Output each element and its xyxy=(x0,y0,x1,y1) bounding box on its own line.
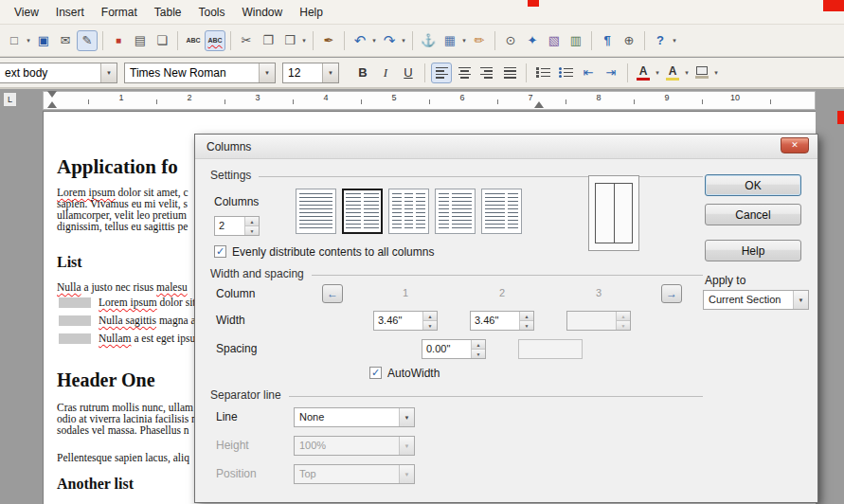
email-icon[interactable]: ✉ xyxy=(55,30,76,51)
width-2-stepper[interactable]: 3.46" ▲▼ xyxy=(470,311,534,331)
background-color-icon[interactable] xyxy=(692,63,711,83)
menu-window[interactable]: Window xyxy=(234,2,292,23)
scroll-columns-left-button[interactable]: ← xyxy=(322,284,343,303)
align-left-button[interactable] xyxy=(431,63,452,83)
copy-icon[interactable]: ❐ xyxy=(258,30,278,51)
font-color-dropdown-icon[interactable]: ▾ xyxy=(654,69,661,77)
cancel-button[interactable]: Cancel xyxy=(705,204,801,225)
menu-table[interactable]: Table xyxy=(146,2,190,23)
preset-one-column[interactable] xyxy=(296,189,336,234)
menu-view[interactable]: View xyxy=(6,2,47,23)
preset-left-narrow[interactable] xyxy=(435,189,476,234)
increase-indent-button[interactable]: ⇥ xyxy=(601,63,621,83)
spacing-1-stepper[interactable]: 0.00" ▲▼ xyxy=(422,339,486,359)
bullet-list-button[interactable] xyxy=(555,63,576,83)
save-icon[interactable]: ▣ xyxy=(33,30,54,51)
spin-up-icon[interactable]: ▲ xyxy=(520,312,533,321)
navigator-icon[interactable]: ✦ xyxy=(522,30,543,51)
ok-button[interactable]: OK xyxy=(705,174,801,196)
apply-to-dropdown[interactable]: Current Section ▼ xyxy=(703,290,809,310)
redo-dropdown-icon[interactable]: ▾ xyxy=(400,37,407,45)
align-right-button[interactable] xyxy=(476,63,497,83)
preset-right-narrow[interactable] xyxy=(481,189,522,234)
cut-icon[interactable]: ✂ xyxy=(236,30,257,51)
combo-arrow-icon[interactable]: ▼ xyxy=(259,63,275,82)
help-dropdown-icon[interactable]: ▾ xyxy=(671,37,678,45)
table-dropdown-icon[interactable]: ▾ xyxy=(460,37,468,45)
zoom-icon[interactable]: ⊕ xyxy=(619,30,639,51)
menu-format[interactable]: Format xyxy=(93,2,146,23)
undo-dropdown-icon[interactable]: ▾ xyxy=(370,37,378,45)
width-1-stepper[interactable]: 3.46" ▲▼ xyxy=(373,311,438,331)
spin-down-icon[interactable]: ▼ xyxy=(472,350,485,358)
spin-down-icon[interactable]: ▼ xyxy=(423,321,437,330)
new-document-icon[interactable]: □ xyxy=(4,30,25,51)
menu-tools[interactable]: Tools xyxy=(190,2,234,23)
help-icon[interactable]: ? xyxy=(650,30,671,51)
font-size-combo[interactable]: 12 ▼ xyxy=(282,63,339,83)
first-line-indent-marker[interactable] xyxy=(47,91,57,98)
font-name-combo[interactable]: Times New Roman ▼ xyxy=(124,63,276,83)
background-color-dropdown-icon[interactable]: ▾ xyxy=(712,69,720,77)
ruler-scale[interactable] xyxy=(43,91,816,110)
combo-arrow-icon[interactable]: ▼ xyxy=(322,63,338,82)
hyperlink-icon[interactable]: ⚓ xyxy=(418,30,439,51)
preset-two-columns-selected[interactable] xyxy=(342,189,383,234)
menu-help[interactable]: Help xyxy=(291,2,332,23)
highlighting-icon[interactable]: A xyxy=(663,63,682,83)
numbered-list-button[interactable] xyxy=(532,63,553,83)
left-indent-marker[interactable] xyxy=(47,101,57,108)
preset-three-columns[interactable] xyxy=(388,189,429,234)
preset-column-lines xyxy=(299,193,332,229)
spin-up-icon[interactable]: ▲ xyxy=(472,340,485,350)
evenly-distribute-label[interactable]: Evenly distribute contents to all column… xyxy=(232,245,434,259)
underline-button[interactable]: U xyxy=(398,63,419,83)
paragraph-style-combo[interactable]: ext body ▼ xyxy=(0,63,117,83)
line-style-dropdown[interactable]: None ▼ xyxy=(294,407,415,427)
gallery-icon[interactable]: ▧ xyxy=(544,30,565,51)
highlighting-dropdown-icon[interactable]: ▾ xyxy=(683,69,691,77)
paste-dropdown-icon[interactable]: ▾ xyxy=(300,37,308,45)
decrease-indent-button[interactable]: ⇤ xyxy=(578,63,599,83)
format-paintbrush-icon[interactable]: ✒ xyxy=(318,30,339,51)
combo-arrow-icon[interactable]: ▼ xyxy=(100,63,117,82)
close-icon[interactable]: ✕ xyxy=(781,137,809,153)
print-icon[interactable]: ▤ xyxy=(130,30,151,51)
columns-count-stepper[interactable]: 2 ▲▼ xyxy=(214,216,260,236)
scroll-columns-right-button[interactable]: → xyxy=(661,284,682,303)
autowidth-checkbox[interactable]: ✓ xyxy=(369,367,382,379)
find-replace-icon[interactable]: ⊙ xyxy=(500,30,521,51)
dialog-titlebar[interactable]: Columns xyxy=(195,135,817,159)
edit-file-icon[interactable]: ✎ xyxy=(77,30,98,51)
evenly-distribute-checkbox[interactable]: ✓ xyxy=(214,245,226,258)
horizontal-ruler[interactable]: L 1 2 3 4 5 6 7 8 9 10 xyxy=(0,88,844,111)
tab-stop-selector[interactable]: L xyxy=(3,92,17,107)
dropdown-arrow-icon[interactable]: ▼ xyxy=(399,408,414,426)
right-indent-marker[interactable] xyxy=(534,101,544,108)
menu-insert[interactable]: Insert xyxy=(47,2,93,23)
paste-icon[interactable]: ❒ xyxy=(279,30,300,51)
spin-up-icon[interactable]: ▲ xyxy=(423,312,437,321)
font-color-icon[interactable]: A xyxy=(634,63,653,83)
bold-button[interactable]: B xyxy=(352,63,373,83)
spin-down-icon[interactable]: ▼ xyxy=(245,226,259,235)
auto-spellcheck-icon[interactable]: ABC xyxy=(205,30,225,51)
export-pdf-icon[interactable]: ■ xyxy=(108,30,129,51)
spin-down-icon[interactable]: ▼ xyxy=(520,321,533,330)
redo-icon[interactable]: ↷ xyxy=(379,30,400,51)
dropdown-arrow-icon[interactable]: ▼ xyxy=(793,291,808,309)
align-center-button[interactable] xyxy=(454,63,475,83)
autowidth-label[interactable]: AutoWidth xyxy=(387,367,440,380)
nonprinting-characters-icon[interactable]: ¶ xyxy=(597,30,618,51)
new-document-dropdown-icon[interactable]: ▾ xyxy=(25,37,32,45)
help-button[interactable]: Help xyxy=(705,240,801,261)
spin-up-icon[interactable]: ▲ xyxy=(245,217,259,226)
table-icon[interactable]: ▦ xyxy=(440,30,460,51)
italic-button[interactable]: I xyxy=(375,63,396,83)
page-preview-icon[interactable]: ❏ xyxy=(152,30,172,51)
undo-icon[interactable]: ↶ xyxy=(350,30,370,51)
align-justify-button[interactable] xyxy=(499,63,520,83)
draw-functions-icon[interactable]: ✏ xyxy=(469,30,490,51)
spellcheck-icon[interactable]: ABC xyxy=(183,30,204,51)
data-sources-icon[interactable]: ▥ xyxy=(566,30,586,51)
